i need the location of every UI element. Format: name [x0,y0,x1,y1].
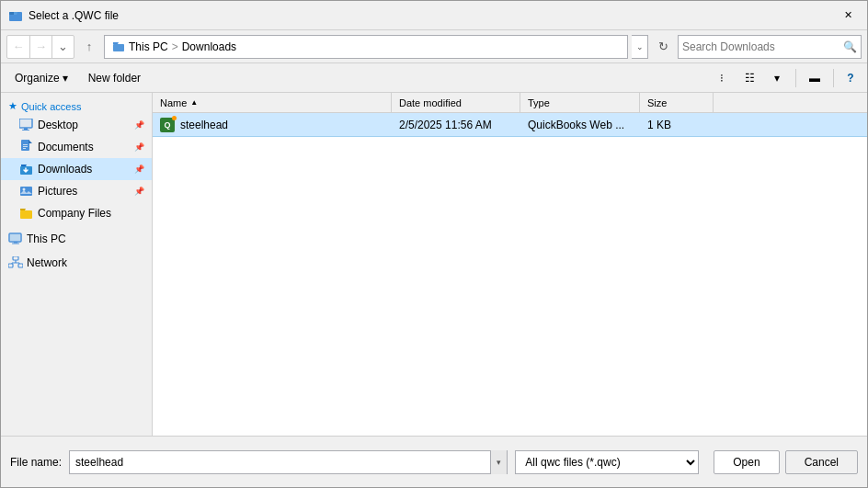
help-button[interactable]: ? [839,67,862,89]
table-row[interactable]: Q steelhead 2/5/2025 11:56 AM QuickBooks… [153,113,867,137]
qb-file-icon: Q [160,118,175,132]
column-type-label: Type [528,97,550,108]
content-area: ★ Quick access Desktop 📌 [1,93,867,436]
sidebar-item-label: Pictures [38,185,77,198]
quick-access-icon: ★ [8,100,17,112]
svg-rect-18 [14,242,17,244]
breadcrumb-thispc[interactable]: This PC [129,40,168,53]
sidebar-item-desktop[interactable]: Desktop 📌 [1,114,152,136]
toolbar-separator [795,69,796,87]
chevron-down-icon: ▾ [497,458,501,467]
title-bar-buttons: ✕ [836,6,860,25]
file-list-body: Q steelhead 2/5/2025 11:56 AM QuickBooks… [153,113,867,436]
sidebar-item-label: Desktop [38,119,78,131]
svg-rect-9 [23,144,28,145]
computer-icon [8,232,23,246]
sidebar-item-label: Network [27,256,67,269]
column-header-date[interactable]: Date modified [392,93,520,112]
pin-icon: 📌 [134,120,144,130]
filetype-select[interactable]: All qwc files (*.qwc) [516,451,698,473]
column-header-name[interactable]: Name ▲ [153,93,392,112]
sidebar-item-downloads[interactable]: Downloads 📌 [1,158,152,180]
sidebar-item-pictures[interactable]: Pictures 📌 [1,180,152,202]
up-icon: ↑ [86,40,93,53]
new-folder-label: New folder [88,72,141,85]
search-input[interactable] [682,40,839,53]
svg-rect-22 [18,264,23,267]
column-header-type[interactable]: Type [520,93,640,112]
sidebar-item-this-pc[interactable]: This PC [1,228,152,250]
sort-arrow: ▲ [190,98,198,107]
svg-rect-20 [13,256,18,260]
search-icon[interactable]: 🔍 [843,40,857,53]
toolbar: Organize ▾ New folder ⁝ ☷ ▾ ▬ ? [1,63,867,93]
sidebar-item-label: This PC [27,233,66,245]
back-icon: ← [13,40,25,53]
search-box[interactable]: 🔍 [678,35,862,59]
filename-input-wrap[interactable]: ▾ [69,450,508,474]
filetype-select-wrap[interactable]: All qwc files (*.qwc) [515,450,699,474]
folder-icon [112,40,125,53]
open-button[interactable]: Open [714,450,779,474]
sidebar-item-network[interactable]: Network [1,252,152,274]
chevron-down-icon: ▾ [774,72,780,85]
nav-dropdown-button[interactable]: ⌄ [51,36,74,58]
file-cell-name: Q steelhead [153,113,392,136]
view-dropdown-button[interactable]: ▾ [764,67,790,89]
close-button[interactable]: ✕ [836,6,860,25]
view-list-icon: ⁝ [720,72,724,85]
address-dropdown-button[interactable]: ⌄ [632,35,648,59]
filename-dropdown-button[interactable]: ▾ [490,450,507,474]
pictures-icon [19,184,34,199]
file-type: QuickBooks Web ... [528,119,624,131]
nav-back-forward-group: ← → ⌄ [6,35,74,59]
title-bar-left: Select a .QWC file [8,8,119,23]
view-grid-button[interactable]: ☷ [737,67,762,89]
company-files-icon [19,206,34,221]
column-size-label: Size [647,97,667,108]
filename-input[interactable] [70,451,490,473]
nav-pane: ★ Quick access Desktop 📌 [1,93,153,436]
address-bar: ← → ⌄ ↑ This PC > Downloads ⌄ ↻ [1,30,867,63]
file-dialog: Select a .QWC file ✕ ← → ⌄ ↑ [0,0,868,488]
dialog-title: Select a .QWC file [29,9,119,22]
preview-button[interactable]: ▬ [802,67,828,89]
forward-button[interactable]: → [29,36,51,58]
address-path[interactable]: This PC > Downloads [104,35,628,59]
sidebar-item-documents[interactable]: Documents 📌 [1,136,152,158]
svg-rect-5 [24,128,28,130]
cancel-button[interactable]: Cancel [785,450,858,474]
bottom-bar: File name: ▾ All qwc files (*.qwc) Open … [1,436,867,487]
file-cell-date: 2/5/2025 11:56 AM [392,113,520,136]
up-button[interactable]: ↑ [78,36,100,58]
dialog-icon [8,8,23,23]
column-name-label: Name [160,97,187,108]
toolbar-separator2 [833,69,834,87]
network-icon [8,255,23,270]
file-name: steelhead [180,119,228,131]
pin-icon: 📌 [134,187,144,196]
pin-icon: 📌 [134,142,144,152]
sidebar-item-company-files[interactable]: Company Files [1,202,152,224]
svg-rect-21 [8,264,13,267]
pin-icon: 📌 [134,165,144,174]
quick-access-section: ★ Quick access Desktop 📌 [1,96,152,224]
file-pane: Name ▲ Date modified Type Size Q steelh [153,93,867,436]
file-date: 2/5/2025 11:56 AM [399,119,492,131]
toolbar-right: ⁝ ☷ ▾ ▬ ? [709,67,862,89]
svg-rect-6 [22,130,29,131]
new-folder-button[interactable]: New folder [80,67,149,89]
refresh-button[interactable]: ↻ [652,36,674,58]
svg-rect-10 [23,146,28,147]
file-list-header: Name ▲ Date modified Type Size [153,93,867,113]
help-icon: ? [847,72,853,85]
breadcrumb-downloads[interactable]: Downloads [182,40,236,53]
back-button[interactable]: ← [7,36,29,58]
view-list-button[interactable]: ⁝ [709,67,735,89]
column-header-size[interactable]: Size [640,93,714,112]
downloads-icon [19,162,34,176]
quick-access-header[interactable]: ★ Quick access [1,96,152,114]
organize-label: Organize [15,72,60,85]
sidebar-item-label: Documents [38,141,94,153]
organize-button[interactable]: Organize ▾ [6,67,76,89]
